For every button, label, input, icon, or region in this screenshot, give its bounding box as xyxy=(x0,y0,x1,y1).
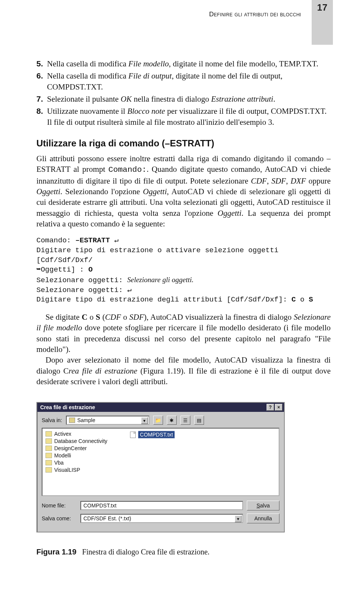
list-view-icon[interactable]: ☰ xyxy=(180,416,190,425)
savein-value: Sample xyxy=(77,417,95,423)
paragraph-after-2: Dopo aver selezionato il nome del file m… xyxy=(36,355,331,387)
details-view-icon[interactable]: ▤ xyxy=(194,416,204,425)
step-number: 7. xyxy=(36,94,47,104)
running-header: Definire gli attributi dei blocchi 17 xyxy=(0,0,364,45)
savetype-dropdown[interactable]: CDF/SDF Est. (*.txt) ▼ xyxy=(80,514,243,523)
figure: Crea file di estrazione ? × Salva in: Sa… xyxy=(36,402,331,532)
list-item[interactable]: Vba xyxy=(46,460,107,466)
folder-icon xyxy=(46,431,52,437)
step-item: 6.Nella casella di modifica File di outp… xyxy=(36,71,331,92)
cancel-button[interactable]: Annulla xyxy=(247,513,279,523)
save-button[interactable]: Salva xyxy=(247,501,279,510)
page-number-box: 17 xyxy=(312,0,333,45)
savetype-label: Salva come: xyxy=(42,515,77,521)
folder-icon xyxy=(46,438,52,444)
close-icon[interactable]: × xyxy=(275,404,282,411)
up-folder-icon[interactable]: 📁 xyxy=(153,416,163,425)
step-item: 5.Nella casella di modifica File modello… xyxy=(36,58,331,69)
figure-caption: Figura 1.19 Finestra di dialogo Crea fil… xyxy=(36,548,331,556)
selected-file: COMPDST.txt xyxy=(138,431,175,438)
folder-icon xyxy=(46,460,52,465)
folder-icon xyxy=(46,446,52,451)
folder-icon xyxy=(46,467,52,473)
dialog-title: Crea file di estrazione xyxy=(40,404,95,410)
list-item[interactable]: Activex xyxy=(46,431,107,437)
list-item[interactable]: VisualLISP xyxy=(46,467,107,473)
caption-label: Figura 1.19 xyxy=(36,548,77,556)
filename-field[interactable]: COMPDST.txt xyxy=(80,501,243,510)
filename-label: Nome file: xyxy=(42,503,77,509)
page-number: 17 xyxy=(317,2,328,13)
filename-value: COMPDST.txt xyxy=(83,503,116,509)
chevron-down-icon[interactable]: ▼ xyxy=(235,515,242,522)
paragraph-after-1: Se digitate C o S (CDF o SDF), AutoCAD v… xyxy=(36,312,331,355)
step-item: 7.Selezionate il pulsante OK nella fines… xyxy=(36,94,331,104)
folder-icon xyxy=(46,453,52,458)
step-text: Nella casella di modifica File di output… xyxy=(47,71,331,92)
caption-text: Finestra di dialogo Crea file di estrazi… xyxy=(82,548,210,556)
section-heading: Utilizzare la riga di comando (–ESTRATT) xyxy=(36,138,331,149)
savein-dropdown[interactable]: Sample ▼ xyxy=(66,416,149,425)
step-text: Selezionate il pulsante OK nella finestr… xyxy=(47,94,331,104)
folder-icon xyxy=(69,418,75,423)
list-item[interactable]: Modelli xyxy=(46,452,107,459)
header-title: Definire gli attributi dei blocchi xyxy=(209,11,301,18)
dialog-titlebar: Crea file di estrazione ? × xyxy=(37,403,284,412)
step-number: 5. xyxy=(36,58,47,69)
savein-label: Salva in: xyxy=(42,417,62,423)
new-folder-icon[interactable]: ✱ xyxy=(167,416,177,425)
savetype-value: CDF/SDF Est. (*.txt) xyxy=(83,515,131,521)
paragraph-intro: Gli attributi possono essere inoltre est… xyxy=(36,153,331,229)
file-list[interactable]: ActivexDatabase ConnectivityDesignCenter… xyxy=(42,428,279,496)
list-item[interactable]: COMPDST.txt xyxy=(130,431,175,438)
step-text: Nella casella di modifica File modello, … xyxy=(47,58,331,69)
dialog-window: Crea file di estrazione ? × Salva in: Sa… xyxy=(36,402,285,532)
help-icon[interactable]: ? xyxy=(267,404,274,411)
step-item: 8.Utilizzate nuovamente il Blocco note p… xyxy=(36,106,331,127)
command-block: Comando: –ESTRATT ↵Digitare tipo di estr… xyxy=(36,236,331,305)
step-number: 8. xyxy=(36,106,47,127)
chevron-down-icon[interactable]: ▼ xyxy=(141,417,148,424)
numbered-steps: 5.Nella casella di modifica File modello… xyxy=(36,58,331,127)
step-text: Utilizzate nuovamente il Blocco note per… xyxy=(47,106,331,127)
list-item[interactable]: DesignCenter xyxy=(46,445,107,451)
list-item[interactable]: Database Connectivity xyxy=(46,438,107,444)
file-icon xyxy=(130,432,136,438)
step-number: 6. xyxy=(36,71,47,92)
